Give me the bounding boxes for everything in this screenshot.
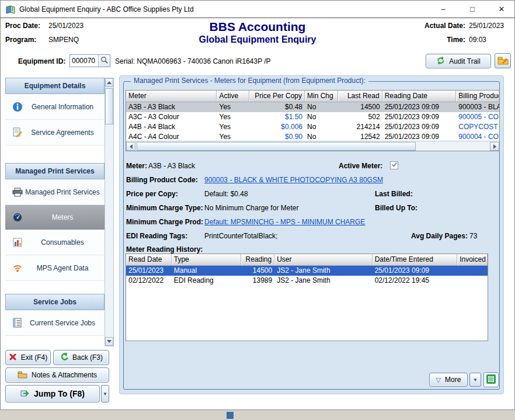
audit-trail-button[interactable]: Audit Trail bbox=[426, 54, 491, 68]
column-header-meter[interactable]: Meter bbox=[126, 91, 217, 102]
cell-reading-date: 25/01/2023 09:09 bbox=[382, 112, 457, 122]
bar-chart-icon bbox=[12, 237, 23, 248]
column-header-billing-product[interactable]: Billing Produc bbox=[456, 91, 499, 102]
spreadsheet-export-icon bbox=[486, 374, 496, 386]
scroll-left-button[interactable] bbox=[126, 142, 135, 151]
price-per-copy-label: Price per Copy: bbox=[126, 190, 178, 198]
column-header-datetime-entered[interactable]: Date/Time Entered bbox=[373, 254, 458, 265]
export-excel-button[interactable] bbox=[483, 372, 499, 387]
meters-table-hscrollbar[interactable] bbox=[126, 141, 499, 151]
column-header-min-chg[interactable]: Min Chg bbox=[305, 91, 338, 102]
cell-min-chg: No bbox=[305, 122, 338, 132]
sidebar-item-managed-print-services[interactable]: Managed Print Services bbox=[5, 179, 105, 205]
sidebar-item-consumables[interactable]: Consumables bbox=[5, 230, 105, 255]
meters-table-row[interactable]: A3B - A3 Black Yes $0.48 No 14500 25/01/… bbox=[126, 102, 499, 112]
info-icon bbox=[12, 101, 23, 113]
back-button[interactable]: Back (F3) bbox=[53, 350, 109, 365]
jump-to-label: Jump To (F8) bbox=[34, 389, 85, 398]
actual-date-label: Actual Date: bbox=[421, 22, 465, 30]
sidebar-item-label: Meters bbox=[37, 213, 74, 221]
exit-button-label: Exit (F4) bbox=[21, 353, 47, 362]
sidebar-item-general-information[interactable]: General Information bbox=[5, 94, 105, 120]
cell-billing-product[interactable]: 900005 - COL bbox=[456, 112, 499, 122]
more-dropdown-button[interactable]: ▼ bbox=[469, 373, 481, 387]
scroll-up-button[interactable] bbox=[105, 78, 113, 87]
column-header-reading[interactable]: Reading bbox=[241, 254, 274, 265]
minimum-charge-prod-link[interactable]: Default: MPSMINCHG - MPS - MINIMUM CHARG… bbox=[204, 218, 365, 226]
cell-read-date: 02/12/2022 bbox=[126, 276, 172, 286]
close-button[interactable]: ✕ bbox=[489, 1, 514, 18]
back-button-label: Back (F3) bbox=[72, 353, 103, 362]
sidebar-item-mps-agent-data[interactable]: MPS Agent Data bbox=[5, 255, 105, 281]
cell-price[interactable]: $0.48 bbox=[249, 102, 305, 112]
right-arrow-icon bbox=[493, 144, 499, 149]
window-title: Global Equipment Enquiry - ABC Office Su… bbox=[19, 1, 194, 18]
sidebar-item-label: MPS Agent Data bbox=[22, 264, 89, 272]
maximize-button[interactable]: □ bbox=[460, 1, 485, 18]
column-header-type[interactable]: Type bbox=[172, 254, 242, 265]
cell-reading-date: 25/01/2023 09:09 bbox=[382, 102, 457, 112]
scrollbar-thumb[interactable] bbox=[137, 142, 416, 151]
agreement-doc-icon bbox=[12, 127, 23, 138]
notes-attachments-button[interactable]: Notes & Attachments bbox=[5, 367, 109, 383]
cell-price[interactable]: $1.50 bbox=[249, 112, 305, 122]
column-header-invoiced[interactable]: Invoiced bbox=[457, 254, 488, 265]
history-row[interactable]: 25/01/2023 Manual 14500 JS2 - Jane Smith… bbox=[126, 266, 488, 276]
column-header-active[interactable]: Active bbox=[217, 91, 249, 102]
scroll-right-button[interactable] bbox=[490, 142, 499, 151]
cell-price[interactable]: $0.006 bbox=[249, 122, 305, 132]
sidebar-spacer bbox=[5, 145, 105, 163]
app-icon bbox=[6, 5, 16, 16]
scroll-down-button[interactable] bbox=[105, 337, 113, 346]
cell-billing-product[interactable]: 900003 - BLA bbox=[456, 102, 499, 112]
dropdown-arrow-icon: ▼ bbox=[103, 391, 107, 397]
group-title: Managed Print Services - Meters for Equi… bbox=[131, 77, 368, 85]
column-header-read-date[interactable]: Read Date bbox=[126, 254, 172, 265]
minimize-button[interactable]: – bbox=[430, 1, 456, 18]
meter-gauge-icon bbox=[12, 211, 23, 223]
cell-reading-date: 25/01/2023 09:09 bbox=[382, 122, 457, 132]
meter-reading-history-table: Read Date Type Reading User Date/Time En… bbox=[126, 254, 488, 341]
exit-x-icon bbox=[9, 353, 17, 363]
signal-waves-icon bbox=[12, 262, 23, 274]
cell-last-read: 214214 bbox=[338, 122, 382, 132]
date-time-block: Actual Date: 25/01/2023 Time: 09:03 bbox=[421, 22, 510, 44]
meter-reading-history-label: Meter Reading History: bbox=[126, 245, 203, 254]
history-row[interactable]: 02/12/2022 EDI Reading 13989 JS2 - Jane … bbox=[126, 276, 488, 286]
minimum-charge-type-value: No Minimum Charge for Meter bbox=[204, 204, 298, 212]
billing-product-code-link[interactable]: 900003 - BLACK & WHITE PHOTOCOPYING A3 8… bbox=[204, 176, 383, 184]
sidebar-item-service-agreements[interactable]: Service Agreements bbox=[5, 120, 105, 145]
meters-table-row[interactable]: A3C - A3 Colour Yes $1.50 No 502 25/01/2… bbox=[126, 112, 499, 122]
cell-datetime-entered: 02/12/2022 19:45 bbox=[373, 276, 458, 286]
attachments-edit-button[interactable] bbox=[495, 53, 511, 68]
history-table-header: Read Date Type Reading User Date/Time En… bbox=[126, 254, 488, 266]
cell-user: JS2 - Jane Smith bbox=[274, 276, 372, 286]
jump-to-icon bbox=[20, 388, 30, 400]
column-header-last-read[interactable]: Last Read bbox=[338, 91, 382, 102]
avg-daily-pages-value: 73 bbox=[469, 232, 477, 240]
column-header-price-per-copy[interactable]: Price Per Copy bbox=[249, 91, 305, 102]
audit-trail-icon bbox=[436, 56, 445, 67]
exit-button[interactable]: Exit (F4) bbox=[5, 350, 51, 365]
equipment-id-input[interactable] bbox=[70, 55, 98, 67]
job-list-icon bbox=[12, 317, 23, 329]
search-icon bbox=[100, 56, 108, 65]
audit-trail-label: Audit Trail bbox=[449, 57, 480, 65]
dropdown-arrow-icon: ▼ bbox=[473, 377, 478, 383]
jump-to-dropdown-button[interactable]: ▼ bbox=[101, 385, 109, 402]
scrollbar-thumb[interactable] bbox=[105, 88, 113, 124]
cell-billing-product[interactable]: COPYCOST - bbox=[456, 122, 499, 132]
column-header-reading-date[interactable]: Reading Date bbox=[382, 91, 457, 102]
active-meter-checkbox[interactable] bbox=[390, 161, 398, 169]
sidebar-item-meters[interactable]: Meters bbox=[5, 205, 105, 230]
billing-product-code-label: Billing Product Code: bbox=[126, 176, 198, 184]
column-header-user[interactable]: User bbox=[274, 254, 372, 265]
equipment-search-button[interactable] bbox=[98, 55, 110, 67]
jump-to-button[interactable]: Jump To (F8) bbox=[5, 385, 100, 402]
sidebar-scrollbar[interactable] bbox=[105, 78, 114, 346]
more-button[interactable]: ▽ More bbox=[429, 373, 468, 387]
meters-table-row[interactable]: A4B - A4 Black Yes $0.006 No 214214 25/0… bbox=[126, 122, 499, 132]
cell-read-date: 25/01/2023 bbox=[126, 266, 172, 276]
cell-min-chg: No bbox=[305, 102, 338, 112]
sidebar-item-current-service-jobs[interactable]: Current Service Jobs bbox=[5, 310, 105, 336]
